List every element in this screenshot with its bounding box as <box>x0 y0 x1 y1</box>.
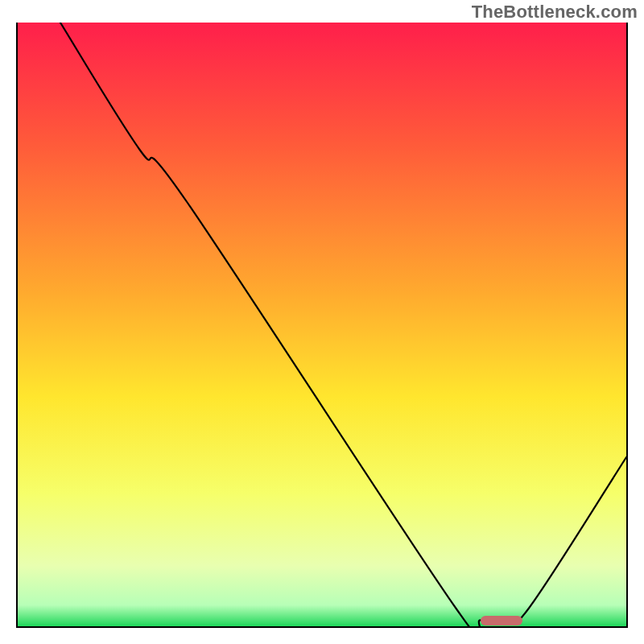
watermark-text: TheBottleneck.com <box>472 2 638 23</box>
plot-frame <box>16 23 628 628</box>
optimal-range-marker <box>481 616 523 625</box>
gradient-background <box>18 23 626 626</box>
bottleneck-chart-canvas: TheBottleneck.com <box>0 0 644 644</box>
plot-svg <box>18 23 626 626</box>
